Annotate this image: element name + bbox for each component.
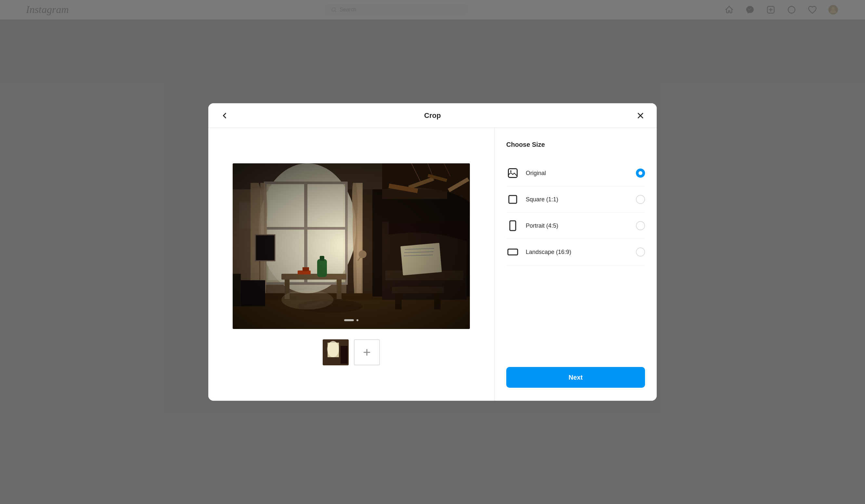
slider-dot-active — [344, 319, 354, 321]
landscape-radio[interactable] — [636, 247, 645, 257]
thumbnail-strip — [323, 339, 380, 365]
size-option-square-left: Square (1:1) — [506, 193, 558, 206]
original-icon — [506, 167, 519, 179]
size-option-portrait[interactable]: Portrait (4:5) — [506, 213, 645, 239]
size-option-square[interactable]: Square (1:1) — [506, 186, 645, 213]
square-radio[interactable] — [636, 195, 645, 204]
thumbnail-item[interactable] — [323, 339, 349, 365]
svg-rect-68 — [509, 169, 517, 178]
portrait-label: Portrait (4:5) — [526, 222, 558, 229]
svg-rect-71 — [510, 221, 516, 231]
svg-point-60 — [281, 290, 333, 309]
next-button[interactable]: Next — [506, 367, 645, 388]
slider-dot-inactive — [356, 319, 358, 321]
size-option-original-left: Original — [506, 167, 546, 179]
landscape-icon — [506, 246, 519, 258]
landscape-label: Landscape (16:9) — [526, 249, 571, 256]
svg-point-69 — [510, 171, 512, 172]
modal-title: Crop — [424, 112, 441, 120]
original-label: Original — [526, 170, 546, 177]
size-option-landscape-left: Landscape (16:9) — [506, 246, 571, 258]
back-button[interactable] — [220, 111, 229, 120]
portrait-radio[interactable] — [636, 221, 645, 230]
size-option-landscape[interactable]: Landscape (16:9) — [506, 239, 645, 265]
modal-header: Crop — [208, 103, 657, 128]
size-option-original[interactable]: Original — [506, 160, 645, 186]
square-icon — [506, 193, 519, 206]
main-image-container — [233, 163, 470, 329]
slider-indicator — [344, 319, 358, 321]
options-panel: Choose Size Original — [494, 128, 657, 401]
room-image — [233, 163, 470, 329]
modal-body: Choose Size Original — [208, 128, 657, 401]
add-photo-button[interactable] — [354, 339, 380, 365]
original-radio[interactable] — [636, 168, 645, 178]
portrait-icon — [506, 219, 519, 232]
svg-rect-65 — [341, 346, 348, 364]
choose-size-title: Choose Size — [506, 141, 645, 149]
svg-rect-72 — [508, 249, 518, 255]
square-label: Square (1:1) — [526, 196, 558, 203]
image-panel — [208, 128, 494, 401]
svg-point-64 — [327, 341, 339, 357]
close-button[interactable] — [636, 111, 645, 120]
size-option-portrait-left: Portrait (4:5) — [506, 219, 558, 232]
crop-modal: Crop — [208, 103, 657, 401]
svg-rect-70 — [509, 196, 517, 203]
